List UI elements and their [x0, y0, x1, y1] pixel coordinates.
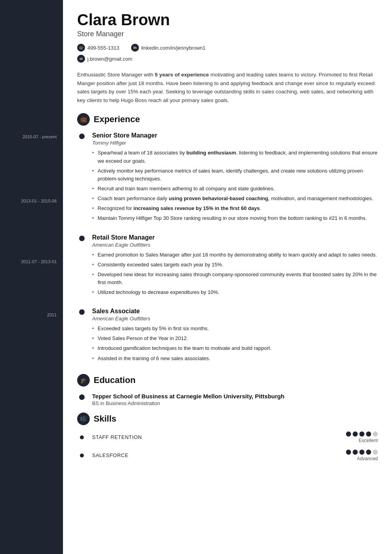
- contact-row-2: ✉ j.brown@gmail.com: [77, 55, 378, 65]
- date-2: 2013-01 - 2015-06: [0, 198, 63, 204]
- exp-dot-2: [79, 236, 85, 241]
- exp-entry-2: Retail Store Manager American Eagle Outf…: [77, 234, 378, 299]
- skill-name-1: STAFF RETENTION: [92, 434, 346, 440]
- bullet-1-1: Spearhead a team of 18 associates by bui…: [92, 149, 378, 165]
- skill-rating-2: Advanced: [346, 450, 378, 461]
- education-header: 🎓 Education: [77, 374, 378, 387]
- skill-dot-filled-3: [359, 431, 364, 437]
- date-2-text: 2013-01 - 2015-06: [21, 199, 57, 203]
- edu-degree: BS in Business Administration: [92, 400, 285, 406]
- date-1-text: 2015-07 - present: [22, 134, 57, 139]
- date-1: 2015-07 - present: [0, 134, 63, 140]
- bullet-1-3: Recruit and train team members adhering …: [92, 185, 378, 193]
- candidate-name: Clara Brown: [77, 11, 378, 28]
- sidebar: 2015-07 - present 2013-01 - 2015-06 2011…: [0, 0, 63, 554]
- exp-dot-3: [79, 309, 85, 315]
- company-3: American Eagle Outfitters: [92, 316, 378, 322]
- job-title-1: Senior Store Manager: [92, 132, 378, 139]
- exp-entry-1: Senior Store Manager Tommy Hilfiger Spea…: [77, 132, 378, 224]
- job-title-2: Retail Store Manager: [92, 234, 378, 241]
- skill-dot-filled-4: [366, 431, 371, 437]
- skill-rating-1: Excellent: [346, 431, 378, 443]
- bullets-2: Earned promotion to Sales Manager after …: [92, 251, 378, 297]
- phone-icon: ☏: [77, 44, 85, 52]
- phone-number: 499-555-1313: [87, 45, 119, 51]
- experience-title: Experience: [94, 114, 140, 125]
- exp-dot-col-3: [77, 308, 87, 364]
- summary-text: Enthusiastic Store Manager with 5 years …: [77, 71, 378, 104]
- date-edu-year: 2011: [0, 312, 63, 318]
- edu-dot: [79, 394, 85, 400]
- company-2: American Eagle Outfitters: [92, 242, 378, 248]
- skill-entry-1: STAFF RETENTION Excellent: [77, 431, 378, 443]
- education-icon: 🎓: [77, 374, 90, 387]
- bullets-3: Exceeded sales targets by 5% in first si…: [92, 325, 378, 363]
- date-3-text: 2011-07 - 2013-01: [21, 259, 57, 264]
- experience-header: 💼 Experience: [77, 113, 378, 126]
- skill-dot-empty-2: [373, 450, 378, 455]
- edu-dot-col: [77, 393, 87, 406]
- skill-dot-filled-1: [346, 431, 351, 437]
- exp-dot-col-1: [77, 132, 87, 224]
- bullet-3-1: Exceeded sales targets by 5% in first si…: [92, 325, 378, 333]
- bullet-3-3: Introduced gamification techniques to th…: [92, 344, 378, 352]
- bullet-3-2: Voted Sales Person of the Year in 2012.: [92, 335, 378, 342]
- main-content: Clara Brown Store Manager ☏ 499-555-1313…: [63, 0, 392, 554]
- bullet-2-1: Earned promotion to Sales Manager after …: [92, 251, 378, 259]
- bullet-1-6: Maintain Tommy Hilfiger Top 30 Store ran…: [92, 214, 378, 222]
- skill-label-1: Excellent: [359, 438, 378, 443]
- skill-dot-filled-7: [359, 450, 364, 455]
- exp-content-2: Retail Store Manager American Eagle Outf…: [92, 234, 378, 299]
- skill-dot-1: [80, 435, 84, 439]
- bullet-1-5: Recognized for increasing sales revenue …: [92, 204, 378, 212]
- bullet-2-2: Consistently exceeded sales targets each…: [92, 261, 378, 269]
- skill-dots-2: [346, 450, 378, 455]
- header: Clara Brown Store Manager: [77, 11, 378, 38]
- job-title-3: Sales Associate: [92, 308, 378, 315]
- skill-dot-empty-1: [373, 431, 378, 437]
- skill-label-2: Advanced: [357, 456, 378, 461]
- skill-name-2: SALESFORCE: [92, 452, 346, 458]
- skill-dot-filled-8: [366, 450, 371, 455]
- bullet-1-4: Coach team performance daily using prove…: [92, 195, 378, 203]
- education-section: 🎓 Education Tepper School of Business at…: [77, 374, 378, 406]
- contact-row-1: ☏ 499-555-1313 in linkedin.com/in/jennyb…: [77, 44, 378, 54]
- skill-dots-1: [346, 431, 378, 437]
- education-title: Education: [94, 375, 135, 385]
- linkedin-url: linkedin.com/in/jennybrown1: [141, 45, 205, 51]
- skills-header: 🎼 Skills: [77, 413, 378, 425]
- skill-dot-filled-6: [353, 450, 358, 455]
- skill-dot-filled-5: [346, 450, 351, 455]
- skills-icon: 🎼: [77, 413, 90, 425]
- experience-icon: 💼: [77, 113, 90, 126]
- exp-content-1: Senior Store Manager Tommy Hilfiger Spea…: [92, 132, 378, 224]
- edu-entry-1: Tepper School of Business at Carnegie Me…: [77, 393, 378, 406]
- skill-entry-2: SALESFORCE Advanced: [77, 450, 378, 461]
- exp-dot-col-2: [77, 234, 87, 299]
- linkedin-contact: in linkedin.com/in/jennybrown1: [131, 44, 205, 52]
- company-1: Tommy Hilfiger: [92, 140, 378, 146]
- experience-timeline: Senior Store Manager Tommy Hilfiger Spea…: [77, 132, 378, 364]
- skill-dot-col-1: [77, 435, 87, 439]
- date-3: 2011-07 - 2013-01: [0, 259, 63, 265]
- bullet-3-4: Assisted in the training of 6 new sales …: [92, 355, 378, 363]
- bullet-2-3: Developed new ideas for increasing sales…: [92, 271, 378, 286]
- skill-dot-filled-2: [353, 431, 358, 437]
- edu-content: Tepper School of Business at Carnegie Me…: [92, 393, 285, 406]
- email-address: j.brown@gmail.com: [87, 56, 132, 62]
- candidate-title: Store Manager: [77, 30, 378, 38]
- exp-dot-1: [79, 134, 85, 139]
- experience-section: 💼 Experience Senior Store Manager Tommy …: [77, 113, 378, 364]
- phone-contact: ☏ 499-555-1313: [77, 44, 119, 52]
- email-icon: ✉: [77, 55, 85, 63]
- bullets-1: Spearhead a team of 18 associates by bui…: [92, 149, 378, 222]
- skills-section: 🎼 Skills STAFF RETENTION E: [77, 413, 378, 461]
- exp-content-3: Sales Associate American Eagle Outfitter…: [92, 308, 378, 364]
- skills-title: Skills: [94, 414, 116, 424]
- edu-year-text: 2011: [47, 312, 57, 317]
- sidebar-dates: 2015-07 - present 2013-01 - 2015-06 2011…: [0, 134, 63, 318]
- contact-section: ☏ 499-555-1313 in linkedin.com/in/jennyb…: [77, 44, 378, 65]
- bullet-2-4: Utilized technology to decrease expendit…: [92, 288, 378, 296]
- exp-entry-3: Sales Associate American Eagle Outfitter…: [77, 308, 378, 364]
- edu-school: Tepper School of Business at Carnegie Me…: [92, 393, 285, 400]
